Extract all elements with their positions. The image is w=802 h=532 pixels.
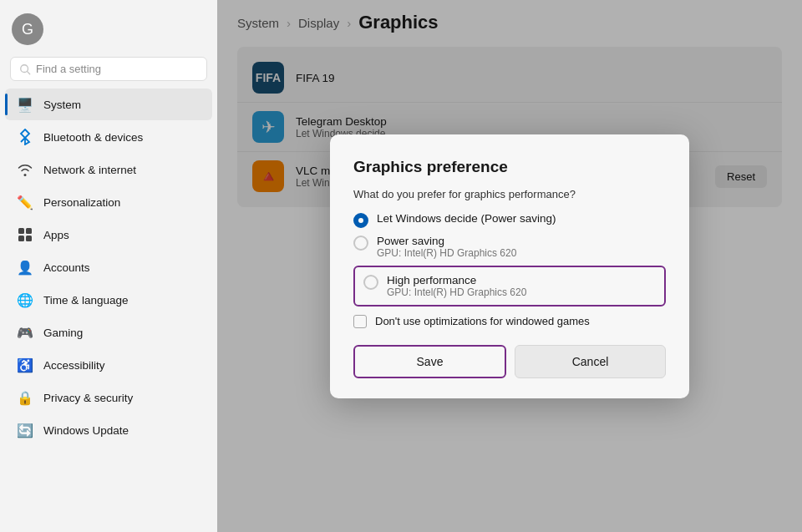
sidebar-item-accounts[interactable]: 👤 Accounts xyxy=(5,251,212,283)
update-icon: 🔄 xyxy=(17,422,33,438)
radio-label-power-saving: Power saving xyxy=(377,235,516,247)
sidebar-item-accessibility[interactable]: ♿ Accessibility xyxy=(5,349,212,381)
nav-list: 🖥️ System Bluetooth & devices Ne xyxy=(0,88,217,532)
modal-title: Graphics preference xyxy=(353,158,666,176)
checkbox-windowed-games[interactable] xyxy=(353,315,367,328)
radio-sublabel-power-saving: GPU: Intel(R) HD Graphics 620 xyxy=(377,247,516,259)
svg-rect-5 xyxy=(18,236,24,241)
modal-buttons: Save Cancel xyxy=(353,345,666,378)
highlight-box-high-performance: High performance GPU: Intel(R) HD Graphi… xyxy=(353,266,666,307)
network-icon xyxy=(17,161,33,178)
privacy-icon: 🔒 xyxy=(17,389,33,406)
search-icon xyxy=(19,63,31,75)
sidebar-item-privacy[interactable]: 🔒 Privacy & security xyxy=(5,382,212,413)
time-icon: 🌐 xyxy=(17,291,33,308)
sidebar-item-label: Bluetooth & devices xyxy=(43,131,143,144)
save-button[interactable]: Save xyxy=(353,345,506,378)
accessibility-icon: ♿ xyxy=(17,357,33,373)
radio-option-high-performance[interactable]: High performance GPU: Intel(R) HD Graphi… xyxy=(363,274,656,298)
svg-rect-3 xyxy=(18,228,24,234)
sidebar-item-gaming[interactable]: 🎮 Gaming xyxy=(5,317,212,348)
sidebar-item-label: Privacy & security xyxy=(43,392,133,404)
avatar: G xyxy=(12,13,43,45)
radio-label-let-windows: Let Windows decide (Power saving) xyxy=(377,212,556,225)
sidebar-item-label: System xyxy=(43,99,81,111)
system-icon: 🖥️ xyxy=(17,96,33,113)
sidebar-item-personalization[interactable]: ✏️ Personalization xyxy=(5,186,212,218)
search-placeholder: Find a setting xyxy=(36,63,101,75)
sidebar-item-label: Gaming xyxy=(43,327,83,339)
radio-btn-let-windows[interactable] xyxy=(353,213,368,228)
sidebar-item-network[interactable]: Network & internet xyxy=(5,154,212,185)
sidebar: G Find a setting 🖥️ System Bluetooth & d… xyxy=(0,0,217,532)
sidebar-item-time[interactable]: 🌐 Time & language xyxy=(5,284,212,316)
sidebar-item-apps[interactable]: Apps xyxy=(5,219,212,251)
svg-rect-6 xyxy=(26,236,32,241)
sidebar-item-label: Windows Update xyxy=(43,424,129,437)
sidebar-item-update[interactable]: 🔄 Windows Update xyxy=(5,414,212,446)
bluetooth-icon xyxy=(17,129,33,145)
sidebar-item-label: Time & language xyxy=(43,294,129,307)
modal-question: What do you prefer for graphics performa… xyxy=(353,188,666,200)
radio-option-power-saving[interactable]: Power saving GPU: Intel(R) HD Graphics 6… xyxy=(353,235,666,259)
graphics-preference-modal: Graphics preference What do you prefer f… xyxy=(330,134,689,398)
radio-sublabel-high-performance: GPU: Intel(R) HD Graphics 620 xyxy=(387,286,526,298)
radio-btn-power-saving[interactable] xyxy=(353,236,368,251)
profile-area: G xyxy=(0,0,217,53)
svg-line-1 xyxy=(28,71,30,73)
modal-overlay: Graphics preference What do you prefer f… xyxy=(217,0,802,532)
cancel-button[interactable]: Cancel xyxy=(515,345,666,378)
radio-btn-high-performance[interactable] xyxy=(363,275,378,290)
gaming-icon: 🎮 xyxy=(17,324,33,341)
personalization-icon: ✏️ xyxy=(17,194,33,210)
sidebar-item-label: Network & internet xyxy=(43,164,136,176)
search-box[interactable]: Find a setting xyxy=(10,57,207,81)
accounts-icon: 👤 xyxy=(17,259,33,276)
sidebar-item-label: Apps xyxy=(43,229,69,241)
sidebar-item-system[interactable]: 🖥️ System xyxy=(5,89,212,120)
checkbox-row[interactable]: Don't use optimizations for windowed gam… xyxy=(353,315,666,328)
radio-label-high-performance: High performance xyxy=(387,274,526,286)
radio-option-let-windows[interactable]: Let Windows decide (Power saving) xyxy=(353,212,666,228)
main-content: System › Display › Graphics FIFA FIFA 19… xyxy=(217,0,802,532)
sidebar-item-bluetooth[interactable]: Bluetooth & devices xyxy=(5,121,212,153)
apps-icon xyxy=(17,226,33,243)
sidebar-item-label: Accessibility xyxy=(43,359,105,372)
sidebar-item-label: Personalization xyxy=(43,196,120,209)
sidebar-item-label: Accounts xyxy=(43,261,90,274)
checkbox-label: Don't use optimizations for windowed gam… xyxy=(375,315,590,327)
svg-rect-4 xyxy=(26,228,32,234)
